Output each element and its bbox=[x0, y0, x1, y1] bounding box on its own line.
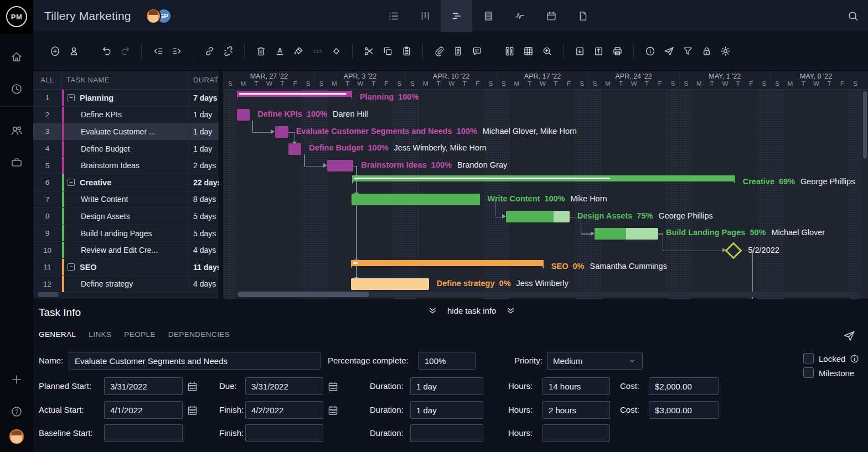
view-tab-sheet-view[interactable] bbox=[472, 0, 504, 32]
table-row[interactable]: 4Define Budget1 day bbox=[33, 141, 219, 158]
column-header-task-name[interactable]: TASK NAME bbox=[62, 71, 189, 89]
font-color-button[interactable]: A bbox=[270, 42, 289, 61]
name-input[interactable] bbox=[69, 352, 321, 370]
panel-tab-links[interactable]: LINKS bbox=[89, 330, 111, 339]
sidebar-item-create-new[interactable] bbox=[0, 371, 33, 388]
actual-hours-input[interactable] bbox=[542, 401, 610, 419]
planned-start-input[interactable] bbox=[104, 377, 183, 395]
sidebar-item-portfolio[interactable] bbox=[0, 154, 33, 171]
print-button[interactable] bbox=[608, 42, 627, 61]
notes-button[interactable] bbox=[448, 42, 467, 61]
milestone-button[interactable] bbox=[327, 42, 345, 61]
table-button[interactable] bbox=[519, 42, 538, 61]
settings-button[interactable] bbox=[716, 42, 735, 61]
search-button[interactable] bbox=[847, 10, 859, 22]
planned-hours-input[interactable] bbox=[542, 377, 610, 395]
hide-task-info-button[interactable]: hide task info bbox=[427, 305, 516, 316]
priority-select[interactable]: Medium bbox=[547, 352, 643, 370]
sidebar-item-home[interactable] bbox=[0, 49, 33, 65]
locked-checkbox[interactable] bbox=[803, 353, 814, 363]
table-gantt-splitter[interactable] bbox=[219, 71, 223, 299]
redo-button[interactable] bbox=[116, 42, 135, 61]
cut-button[interactable] bbox=[359, 42, 378, 61]
baseline-duration-input[interactable] bbox=[410, 424, 483, 442]
actual-duration-input[interactable] bbox=[410, 401, 483, 419]
actual-cost-input[interactable] bbox=[649, 401, 719, 419]
member-avatars[interactable]: GP bbox=[146, 8, 172, 24]
member-avatar-1[interactable] bbox=[146, 8, 161, 24]
task-bar[interactable] bbox=[595, 228, 658, 240]
view-tab-activity-view[interactable] bbox=[504, 0, 535, 32]
task-bar[interactable] bbox=[506, 211, 570, 222]
due-input[interactable] bbox=[245, 377, 323, 395]
task-bar[interactable] bbox=[288, 143, 302, 155]
copy-button[interactable] bbox=[378, 42, 397, 61]
send-icon[interactable] bbox=[843, 329, 856, 342]
indent-button[interactable] bbox=[167, 42, 186, 61]
table-row[interactable]: 2Define KPIs1 day bbox=[33, 107, 219, 124]
sidebar-item-help[interactable]: ? bbox=[0, 403, 33, 420]
baseline-hours-input[interactable] bbox=[542, 424, 610, 442]
table-row[interactable]: 10Review and Edit Cre...4 days bbox=[33, 242, 219, 259]
delete-task-button[interactable] bbox=[251, 42, 270, 61]
view-tab-kanban-view[interactable] bbox=[409, 0, 441, 32]
collapse-toggle[interactable]: − bbox=[68, 263, 75, 271]
user-avatar[interactable] bbox=[9, 429, 24, 444]
panel-tab-dependencies[interactable]: DEPENDENCIES bbox=[168, 330, 230, 339]
task-bar[interactable] bbox=[275, 126, 288, 138]
zoom-button[interactable] bbox=[538, 42, 556, 61]
import-button[interactable] bbox=[570, 42, 589, 61]
table-row[interactable]: 11−SEO11 days bbox=[33, 259, 219, 276]
table-row[interactable]: 5Brainstorm Ideas2 days bbox=[33, 157, 219, 174]
fill-color-button[interactable] bbox=[289, 42, 308, 61]
task-bar[interactable] bbox=[327, 160, 353, 172]
actual-finish-calendar-button[interactable] bbox=[327, 404, 339, 416]
undo-button[interactable] bbox=[97, 42, 116, 61]
table-row[interactable]: 8Design Assets5 days bbox=[33, 208, 219, 225]
lock-button[interactable] bbox=[697, 42, 716, 61]
paste-button[interactable] bbox=[397, 42, 416, 61]
add-task-button[interactable] bbox=[45, 42, 64, 61]
actual-start-calendar-button[interactable] bbox=[187, 404, 199, 416]
milestone-diamond[interactable] bbox=[725, 242, 742, 259]
summary-bar[interactable] bbox=[237, 91, 352, 97]
assign-user-button[interactable] bbox=[64, 42, 83, 61]
actual-start-input[interactable] bbox=[104, 401, 183, 419]
locked-info-icon[interactable] bbox=[849, 354, 860, 364]
insert-columns-button[interactable] bbox=[500, 42, 519, 61]
gantt-hscrollbar[interactable] bbox=[237, 292, 369, 297]
gantt-vscrollbar[interactable] bbox=[863, 91, 867, 159]
task-bar[interactable] bbox=[351, 278, 429, 290]
baseline-finish-input[interactable] bbox=[245, 424, 323, 442]
summary-bar[interactable] bbox=[351, 260, 544, 266]
share-button[interactable] bbox=[659, 42, 678, 61]
view-tab-gantt-view[interactable] bbox=[441, 0, 472, 32]
table-row[interactable]: 7Write Content8 days bbox=[33, 191, 219, 209]
table-row[interactable]: 1−Planning7 days bbox=[33, 90, 219, 107]
actual-finish-input[interactable] bbox=[245, 401, 323, 419]
collapse-toggle[interactable]: − bbox=[68, 94, 75, 101]
view-tab-list-view[interactable] bbox=[378, 0, 409, 32]
sidebar-item-team[interactable] bbox=[0, 122, 33, 139]
outdent-button[interactable] bbox=[148, 42, 167, 61]
table-row[interactable]: 6−Creative22 days bbox=[33, 174, 219, 191]
task-bar[interactable] bbox=[352, 194, 480, 205]
view-tab-docs-view[interactable] bbox=[567, 0, 598, 32]
planned-start-calendar-button[interactable] bbox=[187, 380, 199, 392]
filter-button[interactable] bbox=[678, 42, 697, 61]
planned-cost-input[interactable] bbox=[649, 377, 719, 395]
unlink-tasks-button[interactable] bbox=[219, 42, 237, 61]
column-header-duration[interactable]: DURATION bbox=[189, 71, 219, 89]
info-button[interactable] bbox=[640, 42, 659, 61]
numbering-button[interactable]: 123 bbox=[308, 42, 327, 61]
table-hscrollbar[interactable] bbox=[38, 292, 59, 297]
milestone-checkbox[interactable] bbox=[803, 367, 814, 378]
table-row[interactable]: 3Evaluate Customer ...1 day bbox=[33, 123, 219, 141]
attach-file-button[interactable] bbox=[430, 42, 448, 61]
summary-bar[interactable] bbox=[352, 175, 735, 181]
link-tasks-button[interactable] bbox=[200, 42, 219, 61]
comment-button[interactable] bbox=[467, 42, 486, 61]
app-logo[interactable]: PM bbox=[0, 0, 33, 33]
baseline-start-input[interactable] bbox=[104, 424, 183, 442]
due-calendar-button[interactable] bbox=[327, 380, 339, 392]
